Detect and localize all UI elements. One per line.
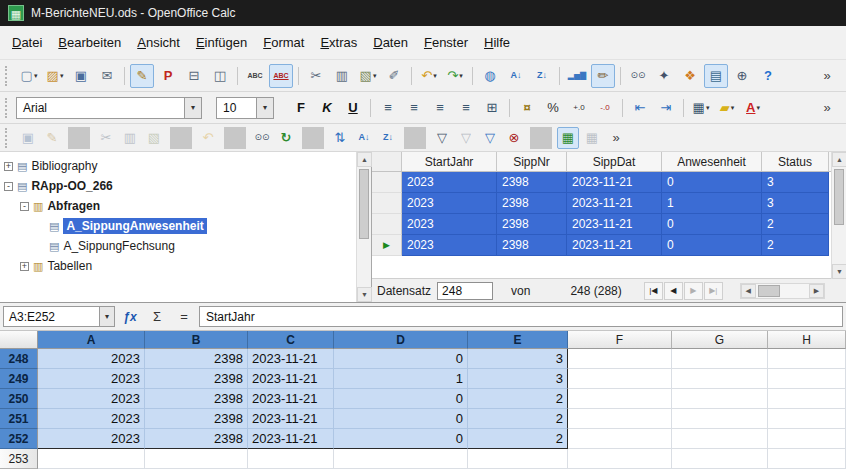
toolbar-overflow-button[interactable]: » ▾: [815, 64, 839, 88]
row-header[interactable]: 249: [0, 369, 38, 389]
column-header-f[interactable]: F: [568, 331, 672, 349]
cell[interactable]: 2398: [145, 369, 248, 389]
reset-filter-button[interactable]: ⊗ ▾: [503, 127, 525, 149]
column-header-startjahr[interactable]: StartJahr: [402, 152, 497, 171]
cell[interactable]: [248, 449, 334, 469]
cell[interactable]: [672, 369, 768, 389]
delete-decimal-button[interactable]: -.0 ▾: [593, 96, 617, 120]
data-to-text-button[interactable]: ▦ ▾: [557, 127, 579, 149]
column-header-e[interactable]: E: [468, 331, 568, 349]
cell[interactable]: 1: [334, 369, 468, 389]
paste-record-button[interactable]: ▧ ▾: [143, 127, 165, 149]
chevron-down-icon[interactable]: ▾: [99, 307, 114, 326]
merge-cells-button[interactable]: ⊞ ▾: [480, 96, 504, 120]
table-row[interactable]: ▶ 2023 2398 2023-11-21 0 2: [372, 235, 846, 256]
tree-expander[interactable]: +: [20, 262, 29, 271]
db-cell-status[interactable]: 2: [762, 214, 829, 235]
db-cell-status[interactable]: 3: [762, 172, 829, 193]
cell[interactable]: [38, 449, 145, 469]
scrollbar-thumb[interactable]: [359, 169, 369, 239]
cell[interactable]: 2023-11-21: [248, 409, 334, 429]
cell[interactable]: 0: [334, 429, 468, 449]
record-row-header[interactable]: ▶: [372, 235, 402, 256]
db-select-all-corner[interactable]: [372, 152, 402, 171]
db-cell-startjahr[interactable]: 2023: [402, 214, 497, 235]
bold-button[interactable]: F ▾: [289, 96, 313, 120]
borders-button[interactable]: ▦ ▾: [689, 96, 713, 120]
open-button[interactable]: ▨ ▾: [43, 64, 67, 88]
first-record-button[interactable]: |◀: [644, 282, 663, 300]
chevron-down-icon[interactable]: ▾: [184, 98, 201, 118]
copy-button[interactable]: ▥ ▾: [330, 64, 354, 88]
cut-record-button[interactable]: ✂ ▾: [95, 127, 117, 149]
record-row-header[interactable]: [372, 193, 402, 214]
column-header-status[interactable]: Status: [762, 152, 829, 171]
cell[interactable]: 2: [468, 409, 568, 429]
cell[interactable]: 2023: [38, 429, 145, 449]
column-header-c[interactable]: C: [248, 331, 334, 349]
tree-item-rapp-oo-266[interactable]: - ▤ RApp-OO_266: [0, 176, 356, 196]
chart-button[interactable]: ▂▅▇ ▾: [565, 64, 589, 88]
db-cell-sippnr[interactable]: 2398: [497, 214, 567, 235]
font-color-button[interactable]: A ▾: [741, 96, 765, 120]
underline-button[interactable]: U ▾: [341, 96, 365, 120]
row-header[interactable]: 251: [0, 409, 38, 429]
scrollbar-thumb[interactable]: [834, 169, 844, 225]
db-cell-sippnr[interactable]: 2398: [497, 235, 567, 256]
menu-bearbeiten[interactable]: Bearbeiten: [50, 32, 129, 53]
sort-ascending-button[interactable]: A↓ ▾: [504, 64, 528, 88]
decrease-indent-button[interactable]: ⇤ ▾: [628, 96, 652, 120]
cell[interactable]: 3: [468, 349, 568, 369]
cell[interactable]: 2: [468, 429, 568, 449]
italic-button[interactable]: K ▾: [315, 96, 339, 120]
tree-expander[interactable]: -: [20, 202, 29, 211]
cell[interactable]: 2023-11-21: [248, 349, 334, 369]
cut-button[interactable]: ✂ ▾: [304, 64, 328, 88]
sort-descending-button[interactable]: Z↓ ▾: [530, 64, 554, 88]
menu-extras[interactable]: Extras: [312, 32, 365, 53]
cell[interactable]: [768, 449, 846, 469]
table-row[interactable]: 2023 2398 2023-11-21 1 3: [372, 193, 846, 214]
db-cell-startjahr[interactable]: 2023: [402, 235, 497, 256]
align-right-button[interactable]: ≡ ▾: [428, 96, 452, 120]
column-header-h[interactable]: H: [768, 331, 846, 349]
new-document-button[interactable]: ▢ ▾: [17, 64, 41, 88]
edit-data-button[interactable]: ✎ ▾: [41, 127, 63, 149]
tree-item-bibliography[interactable]: + ▤ Bibliography: [0, 156, 356, 176]
db-cell-sippnr[interactable]: 2398: [497, 193, 567, 214]
cell[interactable]: [145, 449, 248, 469]
tree-item-abfragen[interactable]: - ▥ Abfragen: [0, 196, 356, 216]
sort-button[interactable]: ⇅ ▾: [329, 127, 351, 149]
cell[interactable]: [334, 449, 468, 469]
previous-record-button[interactable]: ◀: [664, 282, 683, 300]
cell[interactable]: [672, 389, 768, 409]
menu-format[interactable]: Format: [255, 32, 312, 53]
db-cell-anwesenheit[interactable]: 0: [662, 214, 762, 235]
sum-button[interactable]: Σ: [145, 306, 169, 327]
page-preview-button[interactable]: ◫ ▾: [208, 64, 232, 88]
scroll-left-icon[interactable]: ◀: [741, 284, 756, 298]
cell[interactable]: [768, 389, 846, 409]
cell[interactable]: 2023-11-21: [248, 429, 334, 449]
column-header-a[interactable]: A: [38, 331, 145, 349]
cell[interactable]: 2023-11-21: [248, 389, 334, 409]
menu-hilfe[interactable]: Hilfe: [476, 32, 518, 53]
copy-record-button[interactable]: ▥ ▾: [119, 127, 141, 149]
data-to-fields-button[interactable]: ▦ ▾: [581, 127, 603, 149]
formula-input[interactable]: StartJahr: [199, 306, 843, 327]
scroll-up-icon[interactable]: ▲: [357, 152, 372, 167]
column-header-b[interactable]: B: [145, 331, 248, 349]
cell[interactable]: 2023-11-21: [248, 369, 334, 389]
cell[interactable]: [568, 409, 672, 429]
scroll-down-icon[interactable]: ▼: [357, 287, 372, 302]
autofilter-button[interactable]: ▽ ▾: [431, 127, 453, 149]
cell[interactable]: [768, 369, 846, 389]
tree-item-a-sippungfechsung[interactable]: ▤ A_SippungFechsung: [0, 236, 356, 256]
db-cell-status[interactable]: 2: [762, 235, 829, 256]
db-cell-startjahr[interactable]: 2023: [402, 193, 497, 214]
toolbar-overflow-button[interactable]: » ▾: [815, 96, 839, 120]
find-replace-button[interactable]: ⊙⊙ ▾: [626, 64, 650, 88]
navigator-button[interactable]: ✦ ▾: [652, 64, 676, 88]
tree-expander[interactable]: -: [4, 182, 13, 191]
increase-indent-button[interactable]: ⇥ ▾: [654, 96, 678, 120]
